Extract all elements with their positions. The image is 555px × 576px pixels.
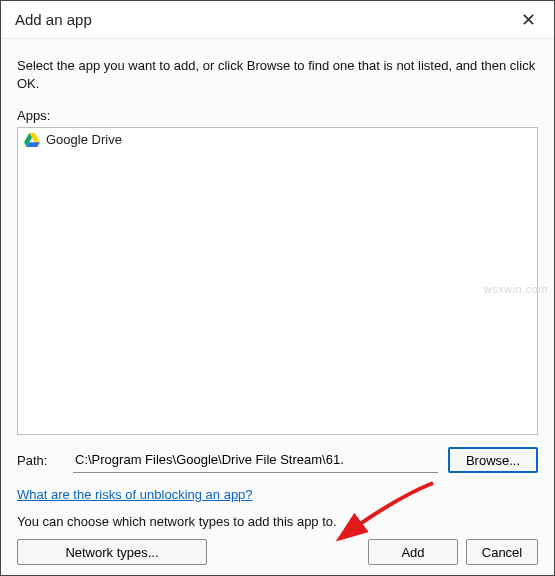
list-item[interactable]: Google Drive — [18, 128, 537, 151]
google-drive-icon — [24, 133, 40, 147]
browse-button[interactable]: Browse... — [448, 447, 538, 473]
add-an-app-dialog: Add an app ✕ Select the app you want to … — [0, 0, 555, 576]
risks-link-row: What are the risks of unblocking an app? — [17, 487, 538, 502]
path-label: Path: — [17, 453, 63, 468]
network-note: You can choose which network types to ad… — [17, 514, 538, 529]
network-types-button[interactable]: Network types... — [17, 539, 207, 565]
add-button[interactable]: Add — [368, 539, 458, 565]
close-icon[interactable]: ✕ — [517, 7, 540, 33]
watermark: wsxwin.com — [484, 283, 548, 295]
button-row: Network types... Add Cancel — [17, 539, 538, 565]
risks-link[interactable]: What are the risks of unblocking an app? — [17, 487, 253, 502]
path-input[interactable] — [73, 447, 438, 473]
window-title: Add an app — [15, 11, 92, 28]
instructions-text: Select the app you want to add, or click… — [17, 57, 538, 92]
list-item-label: Google Drive — [46, 132, 122, 147]
path-row: Path: Browse... — [17, 447, 538, 473]
apps-label: Apps: — [17, 108, 538, 123]
titlebar: Add an app ✕ — [1, 1, 554, 39]
dialog-body: Select the app you want to add, or click… — [1, 39, 554, 575]
apps-listbox[interactable]: Google Drive — [17, 127, 538, 435]
cancel-button[interactable]: Cancel — [466, 539, 538, 565]
